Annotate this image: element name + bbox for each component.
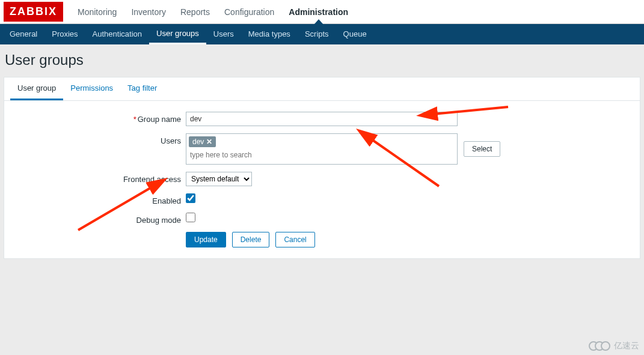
watermark-icon (589, 341, 610, 351)
tab-user-group[interactable]: User group (10, 77, 63, 100)
tabs: User group Permissions Tag filter (4, 77, 640, 101)
subnav-queue[interactable]: Queue (336, 24, 374, 44)
update-button[interactable]: Update (186, 232, 226, 247)
label-group-name: *Group name (11, 112, 186, 124)
subnav-authentication[interactable]: Authentication (85, 24, 149, 44)
enabled-checkbox[interactable] (186, 193, 195, 203)
delete-button[interactable]: Delete (232, 232, 270, 247)
cancel-button[interactable]: Cancel (275, 232, 314, 247)
subnav-proxies[interactable]: Proxies (44, 24, 85, 44)
sub-nav: General Proxies Authentication User grou… (0, 24, 644, 44)
subnav-user-groups[interactable]: User groups (149, 24, 206, 44)
form-body: *Group name Users dev ✕ Select Frontend … (4, 101, 640, 258)
nav-reports[interactable]: Reports (173, 0, 217, 24)
label-users: Users (11, 133, 186, 145)
tab-permissions[interactable]: Permissions (63, 77, 120, 100)
watermark: 亿速云 (589, 341, 639, 351)
top-nav: ZABBIX Monitoring Inventory Reports Conf… (0, 0, 644, 24)
user-tag[interactable]: dev ✕ (189, 136, 216, 147)
subnav-general[interactable]: General (2, 24, 44, 44)
label-debug-mode: Debug mode (11, 213, 186, 225)
user-tag-label: dev (192, 138, 204, 146)
nav-monitoring[interactable]: Monitoring (70, 0, 124, 24)
logo[interactable]: ZABBIX (4, 2, 63, 22)
form-card: User group Permissions Tag filter *Group… (4, 77, 640, 259)
label-frontend-access: Frontend access (11, 172, 186, 184)
debug-mode-checkbox[interactable] (186, 213, 195, 222)
subnav-media-types[interactable]: Media types (241, 24, 298, 44)
page-title: User groups (0, 44, 644, 77)
group-name-input[interactable] (186, 112, 458, 126)
tab-tag-filter[interactable]: Tag filter (120, 77, 164, 100)
nav-inventory[interactable]: Inventory (124, 0, 173, 24)
frontend-access-select[interactable]: System default (186, 172, 252, 186)
users-search-input[interactable] (189, 148, 455, 162)
users-multiselect[interactable]: dev ✕ (186, 133, 458, 165)
remove-tag-icon[interactable]: ✕ (206, 138, 212, 146)
nav-configuration[interactable]: Configuration (217, 0, 281, 24)
label-enabled: Enabled (11, 193, 186, 205)
subnav-users[interactable]: Users (206, 24, 241, 44)
nav-administration[interactable]: Administration (281, 0, 355, 24)
select-button[interactable]: Select (464, 141, 500, 157)
watermark-text: 亿速云 (614, 341, 639, 351)
subnav-scripts[interactable]: Scripts (298, 24, 336, 44)
